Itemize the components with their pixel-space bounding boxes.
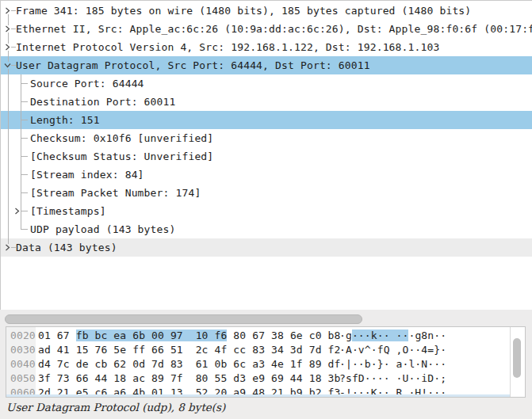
tree-row[interactable]: [Timestamps]: [1, 202, 532, 220]
tree-guide-line: [8, 147, 9, 166]
expander-collapsed-icon[interactable]: [4, 44, 11, 51]
tree-guide-line: [8, 93, 9, 111]
tree-row[interactable]: User Datagram Protocol, Src Port: 64444,…: [1, 56, 532, 74]
tree-guide-line: [8, 74, 9, 93]
packet-bytes-pane[interactable]: 002001 67 fb bc ea 6b 00 97 10 f6 80 67 …: [6, 326, 526, 398]
status-bar: User Datagram Protocol (udp), 8 byte(s): [0, 398, 532, 419]
tree-row[interactable]: Data (143 bytes): [1, 238, 532, 257]
tree-row-label: Internet Protocol Version 4, Src: 192.16…: [16, 38, 439, 56]
details-horizontal-scrollbar[interactable]: [0, 310, 532, 326]
hex-row[interactable]: 0040d4 7c de cb 62 0d 7d 83 61 0b 6c a3 …: [6, 357, 511, 371]
partial-next-row: [6, 394, 511, 397]
tree-guide-line: [8, 111, 9, 129]
status-field-info: User Datagram Protocol (udp), 8 byte(s): [6, 398, 225, 417]
hex-offset-label: 0040: [6, 357, 36, 371]
tree-guide-line: [21, 120, 28, 120]
tree-row-label: Frame 341: 185 bytes on wire (1480 bits)…: [16, 2, 471, 20]
wireshark-window: Frame 341: 185 bytes on wire (1480 bits)…: [0, 0, 532, 419]
hex-offset-label: 0020: [6, 329, 36, 343]
expander-collapsed-icon[interactable]: [13, 208, 21, 215]
tree-row-label: Source Port: 64444: [30, 74, 144, 93]
tree-row-label: Ethernet II, Src: Apple_ac:6c:26 (10:9a:…: [16, 20, 532, 38]
tree-guide-line: [8, 129, 9, 147]
tree-guide-line: [8, 184, 9, 202]
tree-row[interactable]: [Checksum Status: Unverified]: [1, 147, 532, 166]
horizontal-scrollbar-thumb[interactable]: [5, 314, 362, 324]
ascii-bytes[interactable]: ?sfD···· ·U··iD·;: [339, 371, 446, 386]
hex-row[interactable]: 00503f 73 66 44 18 ac 89 7f 80 55 d3 e9 …: [6, 371, 511, 386]
tree-row-label: [Stream index: 84]: [30, 166, 144, 184]
tree-row[interactable]: UDP payload (143 bytes): [1, 220, 532, 238]
tree-guide-line: [21, 174, 28, 175]
bytes-vertical-scrollbar[interactable]: [510, 327, 525, 397]
tree-row-label: Destination Port: 60011: [30, 93, 175, 111]
hex-row[interactable]: 002001 67 fb bc ea 6b 00 97 10 f6 80 67 …: [6, 329, 511, 343]
tree-row-label: Data (143 bytes): [16, 238, 117, 257]
tree-row[interactable]: Checksum: 0x10f6 [unverified]: [1, 129, 532, 147]
tree-row-label: [Checksum Status: Unverified]: [30, 147, 213, 166]
tree-row[interactable]: Source Port: 64444: [1, 74, 532, 93]
expander-collapsed-icon[interactable]: [4, 25, 11, 32]
tree-guide-line: [21, 83, 28, 84]
tree-row[interactable]: Ethernet II, Src: Apple_ac:6c:26 (10:9a:…: [1, 20, 532, 38]
ascii-bytes[interactable]: ·|··b·}· a·l·N···: [339, 357, 446, 371]
tree-row[interactable]: Length: 151: [1, 111, 532, 129]
vertical-scrollbar-thumb[interactable]: [513, 338, 521, 378]
expander-expanded-icon[interactable]: [4, 62, 11, 69]
hex-row[interactable]: 0030ad 41 15 76 5e ff 66 51 2c 4f cc 83 …: [6, 343, 511, 357]
tree-guide-line: [8, 166, 9, 184]
tree-guide-line: [21, 101, 28, 102]
tree-row-label: User Datagram Protocol, Src Port: 64444,…: [16, 56, 370, 74]
tree-guide-line: [8, 202, 9, 220]
tree-guide-line: [21, 192, 28, 193]
tree-row-label: [Timestamps]: [30, 202, 106, 220]
tree-row[interactable]: Internet Protocol Version 4, Src: 192.16…: [1, 38, 532, 56]
tree-guide-line: [21, 156, 28, 157]
expander-collapsed-icon[interactable]: [4, 244, 11, 251]
tree-row-label: Checksum: 0x10f6 [unverified]: [30, 129, 213, 147]
tree-guide-line: [8, 220, 9, 238]
tree-row[interactable]: Frame 341: 185 bytes on wire (1480 bits)…: [1, 2, 532, 20]
tree-guide-line: [21, 211, 28, 211]
hex-bytes[interactable]: d4 7c de cb 62 0d 7d 83 61 0b 6c a3 4e 1…: [38, 357, 340, 371]
hex-offset-label: 0030: [6, 343, 36, 357]
tree-guide-line: [21, 138, 28, 139]
packet-details-pane[interactable]: Frame 341: 185 bytes on wire (1480 bits)…: [0, 0, 532, 310]
tree-row-label: [Stream Packet Number: 174]: [30, 184, 201, 202]
hex-offset-label: 0050: [6, 371, 36, 386]
tree-row-label: UDP payload (143 bytes): [30, 220, 175, 238]
packet-details-rows: Frame 341: 185 bytes on wire (1480 bits)…: [1, 2, 532, 257]
ascii-bytes[interactable]: ·g···k·· ···g8n··: [339, 329, 446, 343]
hex-bytes[interactable]: ad 41 15 76 5e ff 66 51 2c 4f cc 83 34 3…: [38, 343, 340, 357]
hex-bytes[interactable]: 01 67 fb bc ea 6b 00 97 10 f6 80 67 38 6…: [38, 329, 340, 343]
expander-collapsed-icon[interactable]: [4, 7, 11, 14]
tree-row-label: Length: 151: [30, 111, 100, 129]
tree-row[interactable]: [Stream Packet Number: 174]: [1, 184, 532, 202]
tree-guide-line: [21, 229, 28, 230]
ascii-bytes[interactable]: ·A·v^·fQ ,O··4=}·: [339, 343, 446, 357]
tree-row[interactable]: [Stream index: 84]: [1, 166, 532, 184]
hex-rows: 002001 67 fb bc ea 6b 00 97 10 f6 80 67 …: [6, 329, 511, 398]
hex-bytes[interactable]: 3f 73 66 44 18 ac 89 7f 80 55 d3 e9 69 4…: [38, 371, 340, 386]
tree-row[interactable]: Destination Port: 60011: [1, 93, 532, 111]
